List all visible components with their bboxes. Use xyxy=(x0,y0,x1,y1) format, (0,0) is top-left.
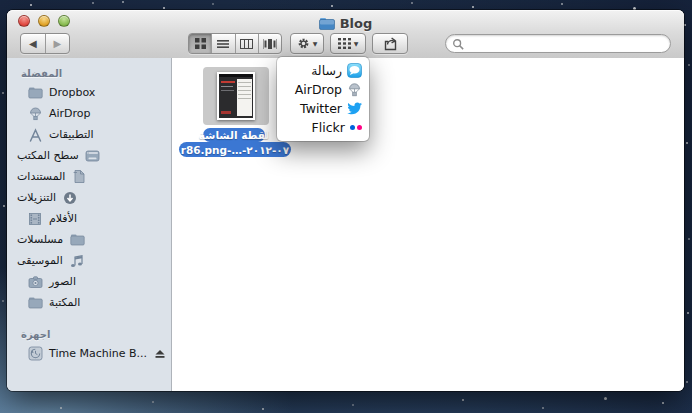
sidebar-item-label: Dropbox xyxy=(49,86,95,99)
window-title: Blog xyxy=(340,16,373,31)
arrange-menu-button[interactable]: ▼ xyxy=(330,33,366,54)
share-menu-item-flickr[interactable]: Flickr xyxy=(277,118,369,137)
folder-icon xyxy=(69,232,85,248)
sidebar-section-devices: اجهزة xyxy=(7,325,171,343)
file-name-line2[interactable]: r86.png-…-٠٧-٢٠١٢ xyxy=(179,142,291,157)
sidebar-item-dropbox[interactable]: Dropbox xyxy=(7,82,171,103)
sidebar-item-label: AirDrop xyxy=(49,107,91,120)
sidebar-item-airdrop[interactable]: AirDrop xyxy=(7,103,171,124)
messages-icon xyxy=(347,63,362,78)
sidebar-item-music[interactable]: الموسيقى xyxy=(7,250,171,271)
sidebar-item-label: المستندات xyxy=(17,170,65,183)
movies-icon xyxy=(27,211,43,227)
airdrop-share-icon xyxy=(347,82,362,97)
sidebar-item-tvshows[interactable]: مسلسلات xyxy=(7,229,171,250)
file-thumbnail xyxy=(217,72,255,120)
icon-view-button[interactable] xyxy=(189,34,212,53)
sidebar-item-documents[interactable]: المستندات xyxy=(7,166,171,187)
flickr-icon xyxy=(350,125,362,130)
menu-item-label: Flickr xyxy=(312,120,345,135)
navigation-buttons: ◀ ▶ xyxy=(20,33,70,54)
folder-icon xyxy=(27,295,43,311)
sidebar-item-label: سطح المكتب xyxy=(17,149,79,162)
search-icon xyxy=(452,38,464,50)
folder-icon xyxy=(27,85,43,101)
chevron-down-icon: ▼ xyxy=(313,40,318,47)
music-icon xyxy=(69,253,85,269)
search-input[interactable] xyxy=(468,37,664,51)
gear-icon xyxy=(297,37,310,50)
selected-file-icon[interactable] xyxy=(203,67,269,125)
airdrop-icon xyxy=(27,106,43,122)
share-menu-item-message[interactable]: رسالة xyxy=(277,61,369,80)
chevron-down-icon: ▼ xyxy=(354,40,359,47)
grid-view-icon xyxy=(195,38,206,49)
eject-icon[interactable] xyxy=(154,348,166,359)
share-icon xyxy=(383,37,398,51)
zoom-button[interactable] xyxy=(58,15,70,27)
back-button[interactable]: ◀ xyxy=(21,34,46,53)
downloads-icon xyxy=(62,190,78,206)
coverflow-view-icon xyxy=(263,39,277,49)
list-view-icon xyxy=(217,39,229,49)
sidebar-item-label: مسلسلات xyxy=(17,233,63,246)
column-view-button[interactable] xyxy=(236,34,259,53)
forward-button[interactable]: ▶ xyxy=(46,34,70,53)
time-machine-icon xyxy=(27,346,43,362)
close-button[interactable] xyxy=(18,15,30,27)
search-field xyxy=(445,34,671,53)
menu-item-label: رسالة xyxy=(311,63,342,78)
minimize-button[interactable] xyxy=(38,15,50,27)
traffic-lights xyxy=(18,15,70,27)
file-name-line1[interactable]: لقطة الشاشة xyxy=(203,128,265,142)
titlebar: Blog xyxy=(7,10,684,32)
finder-window: Blog ◀ ▶ ▼ xyxy=(7,10,684,391)
twitter-icon xyxy=(347,102,362,115)
view-switcher xyxy=(188,33,282,54)
arrange-icon xyxy=(338,38,351,49)
sidebar-item-time-machine[interactable]: Time Machine B... xyxy=(7,343,171,364)
share-menu: رسالة AirDrop Twitter Flickr xyxy=(277,57,369,141)
folder-icon xyxy=(319,17,335,30)
sidebar-item-desktop[interactable]: سطح المكتب xyxy=(7,145,171,166)
sidebar-item-applications[interactable]: التطبيقات xyxy=(7,124,171,145)
action-menu-button[interactable]: ▼ xyxy=(290,33,324,54)
window-chrome: Blog ◀ ▶ ▼ xyxy=(7,10,684,59)
sidebar-item-movies[interactable]: الأفلام xyxy=(7,208,171,229)
sidebar-item-label: المكتبة xyxy=(49,296,80,309)
sidebar-item-label: التنزيلات xyxy=(17,191,56,204)
sidebar-item-pictures[interactable]: الصور xyxy=(7,271,171,292)
share-button[interactable] xyxy=(372,33,408,54)
sidebar-item-label: التطبيقات xyxy=(49,128,94,141)
share-menu-item-airdrop[interactable]: AirDrop xyxy=(277,80,369,99)
sidebar: المفضلة Dropbox AirDrop التطبيقات سطح ال… xyxy=(7,58,172,391)
sidebar-item-label: الأفلام xyxy=(49,212,77,225)
column-view-icon xyxy=(240,39,253,49)
list-view-button[interactable] xyxy=(212,34,235,53)
sidebar-item-downloads[interactable]: التنزيلات xyxy=(7,187,171,208)
sidebar-section-favorites: المفضلة xyxy=(7,64,171,82)
documents-icon xyxy=(71,169,87,185)
sidebar-item-library[interactable]: المكتبة xyxy=(7,292,171,313)
sidebar-item-label: Time Machine B... xyxy=(49,347,147,360)
menu-item-label: AirDrop xyxy=(295,82,342,97)
desktop-icon xyxy=(85,148,101,164)
applications-icon xyxy=(27,127,43,143)
folder-content-area[interactable]: لقطة الشاشة r86.png-…-٠٧-٢٠١٢ xyxy=(172,58,684,391)
sidebar-item-label: الصور xyxy=(49,275,76,288)
photos-icon xyxy=(27,274,43,290)
coverflow-view-button[interactable] xyxy=(259,34,281,53)
menu-item-label: Twitter xyxy=(300,101,342,116)
share-menu-item-twitter[interactable]: Twitter xyxy=(277,99,369,118)
sidebar-item-label: الموسيقى xyxy=(17,254,63,267)
